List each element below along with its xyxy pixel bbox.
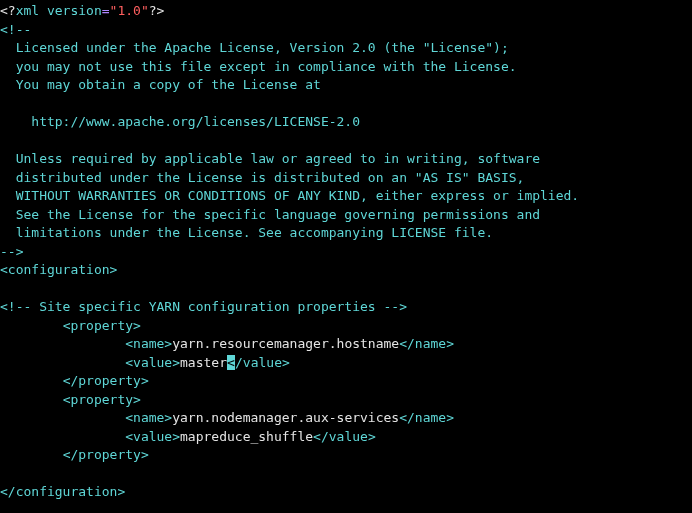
license-line: distributed under the License is distrib… [0,170,524,185]
name-close-tag: </name> [399,336,454,351]
license-line: WITHOUT WARRANTIES OR CONDITIONS OF ANY … [0,188,579,203]
value-close-tag: </value> [313,429,376,444]
indent [0,318,63,333]
license-comment-close: --> [0,244,23,259]
license-line: Licensed under the Apache License, Versi… [0,40,509,55]
site-comment: <!-- Site specific YARN configuration pr… [0,299,407,314]
property-open-tag: <property> [63,392,141,407]
value-open-tag: <value> [125,355,180,370]
indent [0,355,125,370]
xml-code-view[interactable]: <?xml version="1.0"?> <!-- Licensed unde… [0,0,692,502]
license-line: you may not use this file except in comp… [0,59,517,74]
xml-decl-version: "1.0" [110,3,149,18]
indent [0,447,63,462]
name-open-tag: <name> [125,410,172,425]
property-close-tag: </property> [63,373,149,388]
xml-decl-close: ?> [149,3,165,18]
xml-decl-eq: = [102,3,110,18]
indent [0,410,125,425]
name-close-tag: </name> [399,410,454,425]
property-close-tag: </property> [63,447,149,462]
text-cursor: < [227,355,235,370]
indent [0,373,63,388]
property-name-value: yarn.nodemanager.aux-services [172,410,399,425]
indent [0,336,125,351]
value-close-partial: /value> [235,355,290,370]
license-line: See the License for the specific languag… [0,207,540,222]
license-line: Unless required by applicable law or agr… [0,151,540,166]
property-open-tag: <property> [63,318,141,333]
license-line: You may obtain a copy of the License at [0,77,321,92]
indent [0,429,125,444]
value-open-tag: <value> [125,429,180,444]
license-comment-open: <!-- [0,22,31,37]
xml-decl-name: xml version [16,3,102,18]
license-line: http://www.apache.org/licenses/LICENSE-2… [0,114,360,129]
xml-decl-open: <? [0,3,16,18]
property-value: master [180,355,227,370]
configuration-close-tag: </configuration> [0,484,125,499]
configuration-open-tag: <configuration> [0,262,117,277]
property-name-value: yarn.resourcemanager.hostname [172,336,399,351]
indent [0,392,63,407]
property-value: mapreduce_shuffle [180,429,313,444]
license-line: limitations under the License. See accom… [0,225,493,240]
name-open-tag: <name> [125,336,172,351]
